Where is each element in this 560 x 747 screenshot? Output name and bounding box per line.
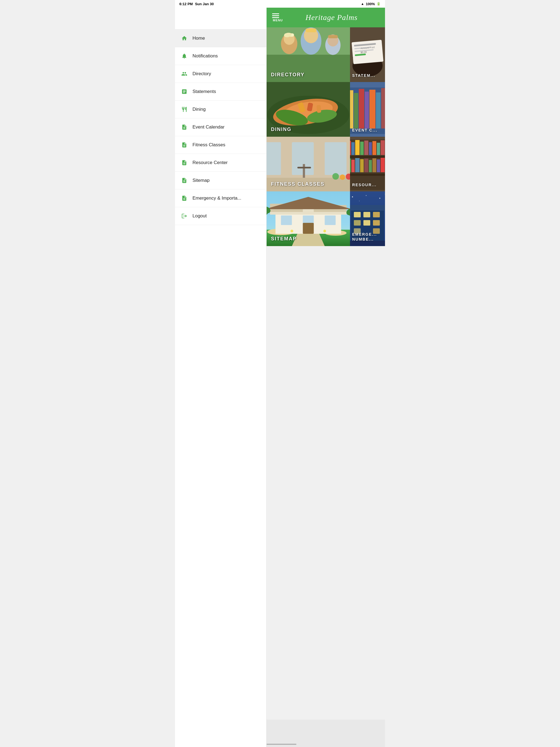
svg-rect-36 — [359, 89, 364, 129]
app-header: MENU Heritage Palms — [266, 8, 385, 27]
fitness-icon — [180, 141, 188, 149]
header-title: Heritage Palms — [284, 13, 380, 22]
svg-rect-39 — [376, 93, 381, 129]
svg-point-99 — [323, 230, 326, 232]
event-calendar-icon — [180, 123, 188, 131]
menu-line-3 — [272, 17, 279, 18]
svg-rect-74 — [381, 158, 385, 172]
svg-point-104 — [359, 201, 360, 201]
sitemap-icon — [180, 177, 188, 184]
svg-rect-40 — [381, 88, 385, 129]
sidebar-label-dining: Dining — [193, 107, 206, 112]
svg-rect-16 — [352, 40, 384, 64]
tile-statements[interactable]: Amount Paid $0.00 STATEM... — [350, 27, 385, 82]
status-bar: 6:12 PM Sun Jan 30 ▲ 100% 🔋 — [175, 0, 385, 8]
status-time-date: 6:12 PM Sun Jan 30 — [179, 2, 214, 6]
sidebar-logo — [175, 8, 266, 29]
tile-fitness-classes[interactable]: FITNESS CLASSES — [266, 137, 350, 191]
svg-rect-55 — [350, 174, 385, 176]
svg-rect-31 — [316, 105, 321, 113]
tile-resource-center[interactable]: RESOUR... — [350, 137, 385, 191]
resource-icon — [180, 159, 188, 166]
status-date: Sun Jan 30 — [195, 2, 214, 6]
svg-point-101 — [352, 196, 353, 198]
menu-button[interactable] — [272, 14, 279, 18]
tile-emergency-numbers[interactable]: EMERGE...NUMBE... — [350, 191, 385, 246]
svg-point-47 — [339, 175, 345, 180]
sidebar-item-event-calendar[interactable]: Event Calendar — [175, 119, 266, 136]
svg-rect-34 — [350, 90, 353, 129]
svg-rect-56 — [350, 141, 351, 155]
svg-point-102 — [365, 195, 366, 196]
tile-sitemap[interactable]: SITEMAP — [266, 191, 350, 246]
svg-rect-45 — [325, 142, 347, 175]
svg-rect-109 — [363, 212, 370, 217]
sidebar-item-statements[interactable]: Statements — [175, 83, 266, 101]
sidebar-item-dining[interactable]: Dining — [175, 101, 266, 119]
sidebar-label-fitness-classes: Fitness Classes — [193, 142, 225, 148]
svg-rect-69 — [360, 159, 364, 172]
status-time: 6:12 PM — [179, 2, 193, 6]
svg-rect-51 — [297, 167, 311, 169]
sidebar-item-directory[interactable]: Directory — [175, 65, 266, 83]
svg-rect-63 — [377, 143, 380, 155]
svg-rect-73 — [377, 159, 380, 172]
svg-rect-111 — [354, 220, 361, 226]
svg-rect-110 — [373, 212, 380, 217]
sidebar-item-logout[interactable]: Logout — [175, 207, 266, 225]
sidebar-item-resource-center[interactable]: Resource Center — [175, 154, 266, 172]
tile-directory[interactable]: DIRECTORY — [266, 27, 350, 82]
statements-icon — [180, 88, 188, 96]
svg-point-46 — [332, 173, 339, 180]
app-container: Home Notifications Directory — [175, 8, 385, 747]
svg-rect-68 — [355, 158, 360, 172]
sidebar-label-statements: Statements — [193, 89, 216, 94]
svg-rect-113 — [373, 220, 380, 226]
sidebar-item-notifications[interactable]: Notifications — [175, 47, 266, 65]
tile-label-event-calendar: EVENT C... — [352, 128, 377, 132]
svg-rect-71 — [369, 160, 372, 172]
svg-rect-61 — [369, 142, 372, 155]
tile-dining[interactable]: DINING — [266, 82, 350, 137]
svg-rect-85 — [281, 215, 292, 225]
main-content: MENU Heritage Palms — [266, 8, 385, 747]
svg-rect-64 — [381, 140, 385, 155]
wifi-icon: ▲ — [361, 2, 364, 6]
svg-point-103 — [379, 198, 380, 199]
menu-label: MENU — [273, 19, 283, 22]
sidebar-label-resource-center: Resource Center — [193, 160, 228, 165]
svg-rect-50 — [303, 164, 305, 178]
sidebar-item-fitness-classes[interactable]: Fitness Classes — [175, 136, 266, 154]
sidebar-item-home[interactable]: Home — [175, 29, 266, 47]
svg-rect-66 — [350, 159, 351, 172]
sidebar-label-directory: Directory — [193, 71, 211, 77]
svg-rect-35 — [354, 93, 358, 129]
sidebar: Home Notifications Directory — [175, 8, 266, 747]
svg-rect-43 — [266, 142, 281, 175]
battery-icon: 🔋 — [377, 2, 381, 6]
person-icon — [180, 70, 188, 78]
tile-event-calendar[interactable]: EVENT C... — [350, 82, 385, 137]
sidebar-label-home: Home — [193, 35, 205, 41]
svg-rect-112 — [363, 220, 370, 226]
bell-icon — [180, 52, 188, 60]
bottom-area — [266, 720, 385, 747]
sidebar-label-notifications: Notifications — [193, 53, 218, 59]
status-icons: ▲ 100% 🔋 — [361, 2, 381, 6]
svg-rect-54 — [350, 156, 385, 158]
sidebar-item-emergency[interactable]: Emergency & Importa... — [175, 189, 266, 207]
svg-rect-87 — [325, 215, 335, 225]
menu-line-2 — [272, 15, 279, 16]
svg-rect-88 — [303, 223, 314, 234]
home-indicator — [263, 744, 297, 745]
sidebar-item-sitemap[interactable]: Sitemap — [175, 172, 266, 189]
tile-label-directory: DIRECTORY — [271, 72, 305, 78]
sidebar-label-logout: Logout — [193, 213, 207, 219]
battery-percent: 100% — [366, 2, 375, 6]
svg-rect-37 — [365, 92, 369, 129]
svg-rect-57 — [351, 142, 355, 155]
sidebar-label-event-calendar: Event Calendar — [193, 124, 225, 130]
svg-rect-67 — [351, 160, 355, 172]
tile-label-statements: STATEM... — [352, 73, 376, 78]
fork-icon — [180, 106, 188, 113]
